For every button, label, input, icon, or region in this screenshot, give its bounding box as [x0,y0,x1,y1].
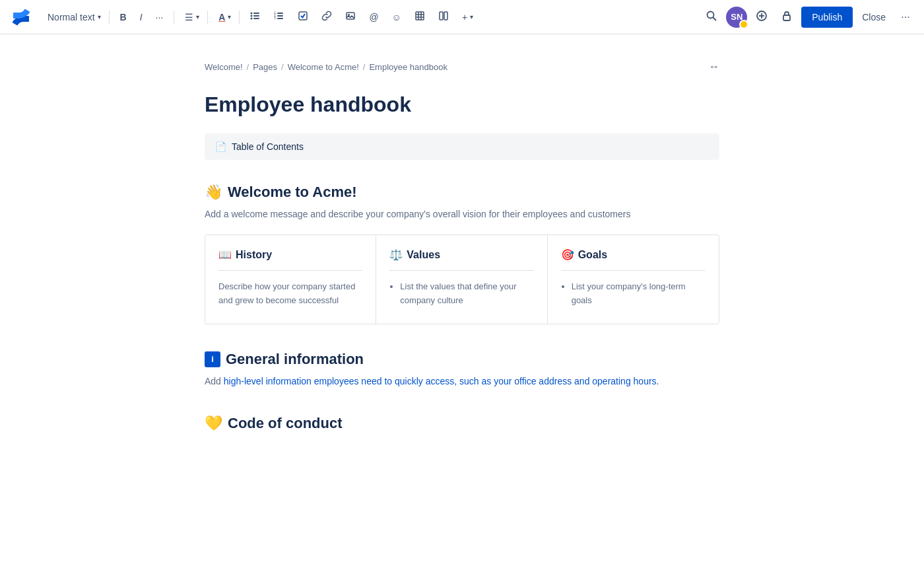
link-button[interactable] [316,7,337,28]
avatar-badge [739,20,748,29]
breadcrumb-welcome-acme[interactable]: Welcome to Acme! [288,62,359,72]
publish-button[interactable]: Publish [801,7,853,28]
svg-rect-13 [346,13,354,19]
svg-rect-11 [277,18,283,19]
general-heading: i General information [205,351,719,368]
search-icon [706,10,717,24]
values-card-body: List the values that define your company… [389,280,533,308]
chevron-down-icon: ▾ [98,13,101,20]
toolbar-right: SN Publish Close ··· [701,7,916,28]
conduct-section: 💛 Code of conduct [205,415,719,432]
search-button[interactable] [701,7,722,28]
bold-button[interactable]: B [115,7,132,28]
svg-point-22 [708,11,714,18]
general-heading-text[interactable]: General information [226,351,364,368]
plus-icon: + [462,12,467,22]
breadcrumb-sep-3: / [363,62,366,72]
separator-3 [207,11,208,24]
table-button[interactable] [409,7,430,28]
task-button[interactable] [292,7,314,28]
breadcrumb: Welcome! / Pages / Welcome to Acme! / Em… [205,61,719,73]
values-title-text: Values [407,249,440,261]
conduct-heading-text[interactable]: Code of conduct [228,415,343,432]
page-content: Welcome! / Pages / Welcome to Acme! / Em… [165,34,759,511]
ellipsis-icon: ··· [156,12,164,22]
logo[interactable] [8,7,40,28]
goals-card[interactable]: 🎯 Goals List your company's long-term go… [548,235,719,324]
table-icon [414,11,425,23]
confluence-logo-icon [12,8,30,26]
svg-rect-27 [783,15,790,20]
goals-icon: 🎯 [561,248,574,261]
close-button[interactable]: Close [857,7,891,28]
chevron-down-icon-insert: ▾ [470,13,473,20]
restrictions-button[interactable] [776,7,797,28]
svg-text:3.: 3. [274,16,277,20]
separator-1 [109,11,110,24]
welcome-description: Add a welcome message and describe your … [205,207,719,221]
svg-point-2 [251,15,253,17]
svg-rect-7 [277,13,283,14]
mention-icon: @ [369,12,378,22]
svg-rect-15 [416,12,424,20]
avatar[interactable]: SN [726,7,747,28]
text-style-label: Normal text [48,12,95,22]
link-icon [321,11,332,23]
general-desc-link[interactable]: high-level information employees need to… [224,376,659,386]
breadcrumb-sep-1: / [247,62,249,72]
svg-rect-21 [444,12,447,20]
svg-line-23 [713,17,717,20]
breadcrumb-pages[interactable]: Pages [253,62,277,72]
page-title[interactable]: Employee handbook [205,91,719,118]
task-icon [298,11,308,23]
separator-4 [239,11,240,24]
numbered-list-icon: 1.2.3. [274,11,284,23]
lock-icon [781,10,793,24]
insert-more-button[interactable]: + ▾ [457,7,476,28]
italic-icon: I [140,12,143,22]
toc-icon: 📄 [215,141,226,152]
values-card[interactable]: ⚖️ Values List the values that define yo… [376,235,547,324]
history-icon: 📖 [218,248,232,261]
values-list-item-1: List the values that define your company… [400,280,533,308]
bullet-list-icon [250,11,261,23]
breadcrumb-sep-2: / [281,62,284,72]
svg-rect-3 [253,15,259,17]
history-card[interactable]: 📖 History Describe how your company star… [205,235,376,324]
history-card-title: 📖 History [218,248,362,271]
mention-button[interactable]: @ [364,7,383,28]
layout-icon [438,11,449,23]
svg-rect-20 [440,12,443,20]
chevron-down-icon-align: ▾ [196,13,199,20]
emoji-button[interactable]: ☺ [387,7,407,28]
values-card-title: ⚖️ Values [389,248,533,271]
numbered-list-button[interactable]: 1.2.3. [269,7,290,28]
history-card-body: Describe how your company started and gr… [218,280,362,308]
svg-rect-1 [253,13,259,14]
breadcrumb-welcome[interactable]: Welcome! [205,62,243,72]
table-of-contents-block[interactable]: 📄 Table of Contents [205,133,719,160]
bold-icon: B [120,12,127,22]
text-color-button[interactable]: A ▾ [213,7,234,28]
layout-button[interactable] [433,7,454,28]
italic-button[interactable]: I [135,7,148,28]
image-button[interactable] [340,7,361,28]
welcome-section: 👋 Welcome to Acme! Add a welcome message… [205,184,719,324]
breadcrumb-current[interactable]: Employee handbook [369,62,447,72]
separator-2 [174,11,174,24]
more-options-icon: ··· [901,11,909,23]
general-section: i General information Add high-level inf… [205,351,719,388]
values-icon: ⚖️ [389,248,403,261]
breadcrumb-expand-button[interactable]: ↔ [709,61,719,73]
bullet-list-button[interactable] [245,7,266,28]
align-button[interactable]: ☰ ▾ [180,7,202,28]
chevron-down-icon-color: ▾ [228,13,231,20]
history-body-text: Describe how your company started and gr… [218,280,362,308]
more-options-button[interactable]: ··· [895,7,916,28]
more-formatting-button[interactable]: ··· [150,7,169,28]
goals-title-text: Goals [578,249,607,261]
invite-button[interactable] [751,7,772,28]
welcome-heading-text[interactable]: Welcome to Acme! [228,184,357,201]
text-style-dropdown[interactable]: Normal text ▾ [42,7,104,28]
svg-point-4 [251,18,253,20]
